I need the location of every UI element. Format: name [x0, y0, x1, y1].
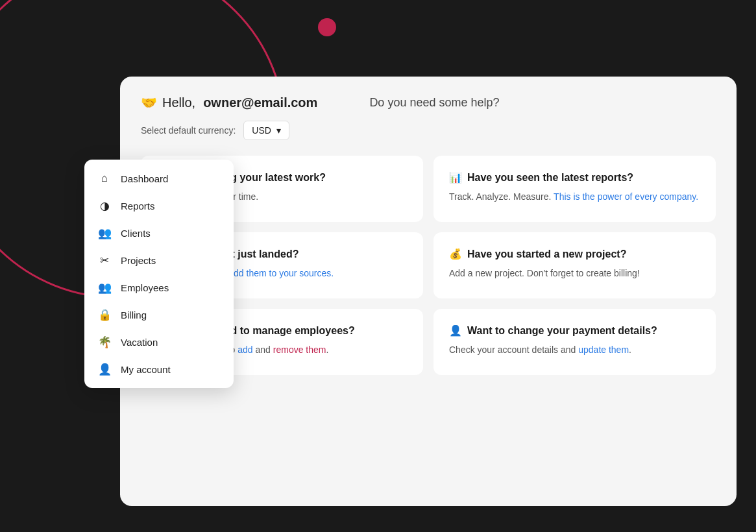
greeting-text: 🤝 Hello, owner@email.com	[141, 95, 317, 110]
header: 🤝 Hello, owner@email.com Do you need som…	[141, 95, 716, 110]
sidebar-item-label-clients: Clients	[121, 228, 151, 239]
decorative-dot	[318, 18, 336, 36]
currency-label: Select default currency:	[141, 125, 236, 136]
sidebar-item-reports[interactable]: ◑Reports	[84, 192, 234, 219]
sidebar-item-my-account[interactable]: 👤My account	[84, 356, 234, 383]
card-payment-details: 👤 Want to change your payment details? C…	[433, 309, 716, 375]
sidebar-item-vacation[interactable]: 🌴Vacation	[84, 328, 234, 356]
chevron-down-icon: ▾	[276, 125, 281, 136]
card-new-project-text: Add a new project. Don't forget to creat…	[449, 267, 700, 280]
help-text[interactable]: Do you need some help?	[369, 96, 499, 110]
greeting-icon: 🤝	[141, 95, 157, 110]
sidebar-item-label-vacation: Vacation	[121, 337, 158, 348]
reports-icon: ◑	[97, 199, 112, 213]
card-reports-text: Track. Analyze. Measure. This is the pow…	[449, 190, 700, 204]
vacation-icon: 🌴	[97, 335, 112, 349]
projects-icon: ✂	[97, 253, 112, 267]
card-reports-title: 📊 Have you seen the latest reports?	[449, 171, 700, 184]
card-payment-title: 👤 Want to change your payment details?	[449, 324, 700, 337]
sidebar-item-label-dashboard: Dashboard	[121, 173, 168, 184]
payment-icon: 👤	[449, 324, 462, 337]
card-new-project-title: 💰 Have you started a new project?	[449, 248, 700, 260]
user-email: owner@email.com	[203, 95, 317, 110]
new-project-icon: 💰	[449, 248, 462, 260]
sidebar-item-label-projects: Projects	[121, 255, 156, 266]
clients-icon: 👥	[97, 226, 112, 240]
employees-icon: 👥	[97, 280, 112, 295]
add-employees-link[interactable]: add	[238, 345, 252, 355]
sidebar-item-label-employees: Employees	[121, 282, 169, 293]
sidebar-item-billing[interactable]: 🔒Billing	[84, 301, 234, 328]
card-payment-text: Check your account details and update th…	[449, 343, 700, 357]
currency-value: USD	[252, 125, 271, 136]
card-new-project: 💰 Have you started a new project? Add a …	[433, 232, 716, 298]
dashboard-icon: ⌂	[97, 171, 112, 186]
myaccount-icon: 👤	[97, 362, 112, 376]
sidebar-dropdown: ⌂Dashboard◑Reports👥Clients✂Projects👥Empl…	[84, 160, 234, 388]
reports-icon: 📊	[449, 171, 462, 184]
sidebar-item-clients[interactable]: 👥Clients	[84, 219, 234, 247]
sidebar-item-label-billing: Billing	[121, 309, 147, 320]
sidebar-item-employees[interactable]: 👥Employees	[84, 274, 234, 301]
remove-employees-link[interactable]: remove them	[273, 345, 326, 355]
sidebar-item-projects[interactable]: ✂Projects	[84, 247, 234, 274]
sidebar-item-label-reports: Reports	[121, 200, 155, 212]
card-reports: 📊 Have you seen the latest reports? Trac…	[433, 156, 716, 222]
sidebar-item-dashboard[interactable]: ⌂Dashboard	[84, 165, 234, 192]
sidebar-item-label-my-account: My account	[121, 364, 171, 375]
billing-icon: 🔒	[97, 308, 112, 322]
currency-row: Select default currency: USD ▾	[141, 121, 716, 140]
update-payment-link[interactable]: update them	[578, 345, 629, 355]
currency-select[interactable]: USD ▾	[243, 121, 289, 140]
